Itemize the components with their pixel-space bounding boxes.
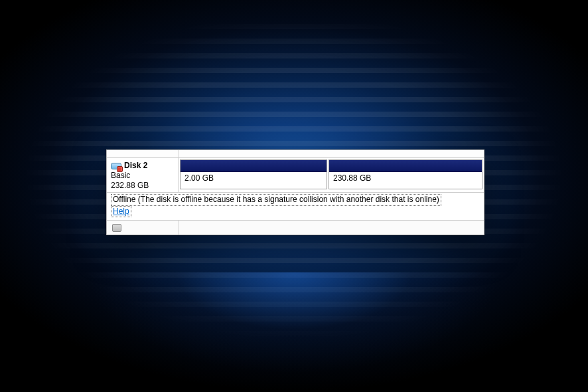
disk-offline-icon bbox=[111, 161, 121, 171]
disk-capacity-label: 232.88 GB bbox=[111, 181, 174, 191]
disk-status-text: Offline (The disk is offline because it … bbox=[111, 194, 441, 206]
volume-partition-2[interactable]: 230.88 GB bbox=[329, 159, 482, 189]
help-link[interactable]: Help bbox=[111, 206, 131, 218]
next-disk-stub bbox=[107, 220, 484, 235]
panel-top-divider bbox=[107, 150, 484, 158]
cdrom-icon bbox=[112, 224, 121, 232]
volume-size-label: 230.88 GB bbox=[329, 172, 482, 185]
background-floor-glow bbox=[0, 272, 588, 392]
volume-size-label: 2.00 GB bbox=[181, 172, 327, 185]
disk-status-row: Offline (The disk is offline because it … bbox=[107, 192, 484, 220]
volume-container: 2.00 GB 230.88 GB bbox=[179, 158, 484, 192]
volume-partition-1[interactable]: 2.00 GB bbox=[180, 159, 327, 189]
volume-header-bar bbox=[329, 160, 482, 172]
volume-header-bar bbox=[181, 160, 327, 172]
disk-name-label: Disk 2 bbox=[124, 161, 147, 171]
disk-row[interactable]: Disk 2 Basic 232.88 GB 2.00 GB 230.88 GB bbox=[107, 158, 484, 192]
disk-management-panel: Disk 2 Basic 232.88 GB 2.00 GB 230.88 GB… bbox=[106, 149, 484, 235]
disk-type-label: Basic bbox=[111, 171, 174, 181]
disk-info-cell[interactable]: Disk 2 Basic 232.88 GB bbox=[107, 158, 179, 192]
disk-title: Disk 2 bbox=[111, 161, 174, 171]
